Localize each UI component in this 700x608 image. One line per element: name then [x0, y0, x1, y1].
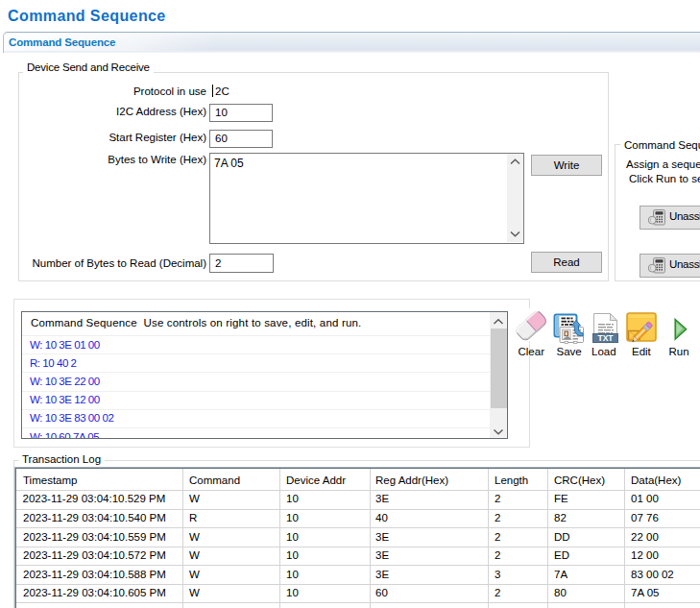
svg-text:TXT: TXT [597, 333, 614, 343]
